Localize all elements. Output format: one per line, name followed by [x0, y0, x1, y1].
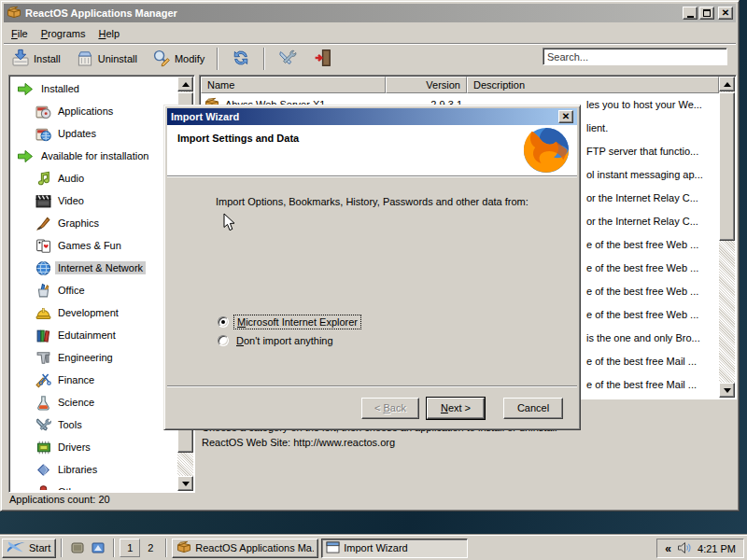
application-description: lient. — [586, 122, 608, 133]
task-button-label: ReactOS Applications Ma... — [195, 542, 314, 553]
quick-launch-window-icon[interactable] — [90, 539, 106, 556]
sidebar-item-games-and-fun[interactable]: Games & Fun — [11, 234, 176, 257]
sidebar-item-installed[interactable]: Installed — [11, 77, 176, 100]
modify-icon — [152, 49, 171, 69]
uninstall-button-label: Uninstall — [98, 53, 137, 64]
scroll-down-button[interactable] — [719, 383, 735, 398]
status-bar: Applications count: 20 — [4, 491, 736, 508]
sidebar-item-label: Installed — [38, 82, 82, 95]
column-header-version[interactable]: Version — [386, 77, 467, 93]
sidebar-item-libraries[interactable]: Libraries — [11, 458, 176, 481]
development-icon — [34, 305, 52, 321]
other-icon — [34, 484, 52, 491]
sidebar-item-engineering[interactable]: Engineering — [11, 346, 176, 369]
scroll-up-button[interactable] — [719, 77, 735, 91]
sidebar-item-label: Games & Fun — [55, 239, 124, 252]
radio-option-dont-import[interactable]: Don't import anything — [218, 334, 336, 347]
sidebar-item-drivers[interactable]: Drivers — [11, 436, 176, 458]
scroll-down-button[interactable] — [177, 476, 193, 491]
settings-button[interactable] — [271, 45, 304, 73]
search-input[interactable] — [543, 48, 727, 65]
sidebar-item-applications[interactable]: Applications — [11, 100, 176, 122]
uninstall-button[interactable]: Uninstall — [69, 45, 144, 73]
video-icon — [34, 193, 52, 209]
exit-door-icon — [313, 49, 333, 69]
workspace-button-1[interactable]: 1 — [120, 539, 140, 557]
dialog-button-separator — [167, 385, 577, 387]
taskbar-separator — [113, 539, 115, 557]
sidebar-item-label: Audio — [55, 172, 87, 185]
minimize-button[interactable] — [683, 7, 698, 20]
radio-label[interactable]: Don't import anything — [233, 334, 336, 347]
application-description: or the Internet Relay C... — [586, 216, 698, 227]
radio-label[interactable]: Microsoft Internet Explorer — [233, 315, 361, 329]
sidebar-item-video[interactable]: Video — [11, 189, 176, 212]
column-header-description[interactable]: Description — [467, 77, 719, 93]
sidebar-item-available-for-installation[interactable]: Available for installation — [11, 145, 176, 167]
sidebar-item-tools[interactable]: Tools — [11, 413, 176, 436]
window-titlebar[interactable]: ReactOS Applications Manager ✕ — [4, 4, 736, 22]
import-wizard-dialog: Import Wizard ✕ Import Settings and Data… — [163, 105, 581, 430]
tools-icon — [277, 49, 298, 69]
sidebar-item-updates[interactable]: Updates — [11, 122, 176, 145]
start-button-label: Start — [29, 542, 50, 553]
desktop: ReactOS Applications Manager ✕ FileProgr… — [0, 0, 747, 560]
sidebar-item-edutainment[interactable]: Edutainment — [11, 324, 176, 346]
green-arrow-icon — [15, 149, 35, 163]
scroll-up-button[interactable] — [177, 77, 193, 91]
radio-option-internet-explorer[interactable]: Microsoft Internet Explorer — [218, 315, 361, 329]
sidebar-item-office[interactable]: Office — [11, 279, 176, 301]
quick-launch-desktop-icon[interactable] — [69, 539, 86, 556]
sidebar-item-internet-and-network[interactable]: Internet & Network — [11, 257, 176, 279]
taskbar-clock[interactable]: 4:21 PM — [698, 543, 736, 554]
modify-button[interactable]: Modify — [146, 45, 211, 73]
applications-count: Applications count: 20 — [9, 494, 110, 505]
refresh-button[interactable] — [224, 45, 258, 73]
minimize-icon — [687, 16, 694, 18]
dialog-titlebar[interactable]: Import Wizard ✕ — [167, 108, 577, 125]
volume-icon[interactable] — [677, 541, 692, 556]
sidebar-item-development[interactable]: Development — [11, 301, 176, 324]
close-button[interactable]: ✕ — [718, 7, 733, 20]
scrollbar-thumb[interactable] — [719, 92, 735, 241]
start-button[interactable]: Start — [2, 539, 56, 558]
radio-button-icon[interactable] — [218, 316, 229, 328]
taskbar-task-reactos-applications-manager[interactable]: ReactOS Applications Ma... — [172, 539, 318, 558]
arrow-up-icon — [724, 82, 731, 87]
sidebar-item-other[interactable]: Other — [11, 481, 176, 490]
application-description: FTP server that functio... — [586, 146, 698, 157]
search-container — [543, 48, 727, 65]
dialog-close-button[interactable]: ✕ — [558, 110, 573, 123]
workspace-button-2[interactable]: 2 — [140, 539, 161, 557]
column-header-name[interactable]: Name — [201, 77, 386, 93]
exit-button[interactable] — [306, 45, 340, 73]
toolbar-separator — [217, 48, 218, 70]
taskbar-separator — [61, 539, 63, 557]
next-button[interactable]: Next > — [427, 398, 485, 419]
sidebar-item-label: Available for installation — [38, 149, 151, 162]
list-scrollbar[interactable] — [719, 77, 735, 398]
sidebar-item-label: Internet & Network — [55, 261, 146, 274]
sidebar-item-audio[interactable]: Audio — [11, 167, 176, 189]
maximize-button[interactable] — [699, 7, 714, 20]
menu-help[interactable]: Help — [92, 26, 126, 41]
tray-expand-chevron-icon[interactable]: « — [665, 542, 671, 555]
taskbar: Start 1 2 ReactOS Applications Ma... Imp… — [0, 535, 747, 560]
window-title: ReactOS Applications Manager — [25, 7, 681, 19]
menu-file[interactable]: File — [5, 26, 35, 41]
install-button[interactable]: Install — [5, 45, 67, 73]
back-button[interactable]: < Back — [361, 398, 419, 419]
application-description: e of the best free Mail ... — [586, 379, 697, 390]
taskbar-task-import-wizard[interactable]: Import Wizard — [321, 539, 468, 558]
dialog-header: Import Settings and Data — [167, 125, 577, 175]
radio-button-icon[interactable] — [218, 335, 229, 346]
menu-programs[interactable]: Programs — [35, 26, 92, 41]
drivers-icon — [34, 440, 52, 455]
sidebar-item-science[interactable]: Science — [11, 391, 176, 413]
list-header: Name Version Description — [201, 77, 719, 93]
toolbar: Install Uninstall Modify — [5, 46, 735, 72]
sidebar-item-finance[interactable]: Finance — [11, 369, 176, 391]
arrow-down-icon — [182, 482, 190, 486]
sidebar-item-graphics[interactable]: Graphics — [11, 212, 176, 234]
cancel-button[interactable]: Cancel — [503, 398, 563, 419]
